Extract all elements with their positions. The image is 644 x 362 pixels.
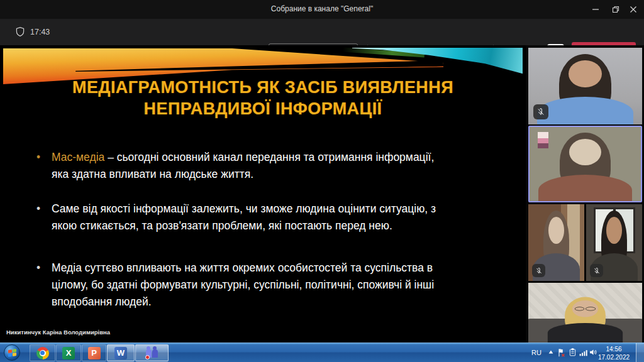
bullet-marker: • — [36, 149, 52, 183]
taskbar-powerpoint[interactable]: P — [82, 344, 106, 361]
start-button[interactable] — [4, 344, 20, 361]
teams-meeting-window: Собрание в канале "General" 17:43 Запрос… — [0, 0, 644, 362]
show-hidden-icons-icon[interactable] — [547, 348, 555, 359]
word-icon: W — [114, 347, 127, 359]
windows-logo-icon — [8, 349, 16, 357]
taskbar-word[interactable]: W — [107, 344, 135, 361]
bullet-marker: • — [36, 200, 52, 234]
tray-date: 17.02.2022 — [594, 353, 633, 361]
bullet-body: – сьогодні основний канал передання та о… — [52, 151, 434, 180]
mic-muted-icon — [533, 104, 548, 119]
window-titlebar: Собрание в канале "General" — [0, 0, 644, 19]
tray-time: 14:56 — [594, 345, 633, 353]
slide-title-line1: МЕДІАГРАМОТНІСТЬ ЯК ЗАСІБ ВИЯВЛЕННЯ — [30, 77, 496, 98]
slide-bullet: • Медіа суттєво впливають на життя окрем… — [36, 260, 452, 310]
participant-tile[interactable] — [528, 126, 642, 202]
participant-tile[interactable] — [528, 204, 584, 281]
slide-title: МЕДІАГРАМОТНІСТЬ ЯК ЗАСІБ ВИЯВЛЕННЯ НЕПР… — [30, 77, 496, 119]
window-title: Собрание в канале "General" — [0, 4, 644, 13]
network-icon[interactable] — [579, 348, 588, 359]
close-button[interactable] — [623, 0, 644, 19]
close-icon — [630, 6, 637, 13]
participant-tile[interactable] — [528, 48, 642, 124]
participant-video — [530, 127, 641, 201]
bullet-marker: • — [36, 260, 52, 310]
minimize-button[interactable] — [585, 0, 606, 19]
participant-tile[interactable] — [528, 283, 642, 343]
action-center-flag-icon[interactable] — [557, 348, 567, 360]
excel-icon: X — [62, 347, 75, 359]
meeting-toolbar: 17:43 Запросить управление — [0, 19, 644, 45]
participant-tile[interactable] — [586, 204, 642, 281]
mic-muted-icon — [590, 264, 603, 277]
clipboard-icon[interactable] — [568, 348, 577, 359]
language-indicator[interactable]: RU — [531, 349, 541, 356]
restore-icon — [612, 6, 619, 13]
show-desktop-button[interactable] — [636, 343, 644, 362]
notification-badge — [145, 355, 150, 359]
slide-bullet: • Мас-медіа – сьогодні основний канал пе… — [36, 149, 452, 183]
mic-muted-icon — [532, 264, 545, 277]
teams-icon — [145, 347, 159, 359]
powerpoint-icon: P — [88, 347, 101, 359]
tray-clock[interactable]: 14:56 17.02.2022 — [594, 345, 633, 361]
participant-video — [541, 293, 630, 339]
bullet-text: Мас-медіа – сьогодні основний канал пере… — [52, 149, 452, 183]
minimize-icon — [592, 6, 599, 13]
bullet-lead: Мас-медіа — [52, 151, 104, 163]
bullet-text: Саме від якості інформації залежить, чи … — [52, 200, 452, 234]
taskbar-teams[interactable] — [135, 344, 169, 361]
chrome-icon — [36, 347, 49, 359]
presentation-slide: МЕДІАГРАМОТНІСТЬ ЯК ЗАСІБ ВИЯВЛЕННЯ НЕПР… — [0, 45, 526, 343]
slide-bullet: • Саме від якості інформації залежить, ч… — [36, 200, 452, 234]
shield-icon — [14, 26, 26, 41]
bullet-text: Медіа суттєво впливають на життя окремих… — [52, 260, 452, 310]
participants-sidebar — [526, 45, 644, 343]
slide-title-line2: НЕПРАВДИВОЇ ІНФОРМАЦІЇ — [30, 98, 496, 119]
windows-taskbar: X P W RU 14:56 17.02.20 — [0, 343, 644, 362]
meeting-timer: 17:43 — [30, 28, 50, 36]
taskbar-chrome[interactable] — [30, 344, 55, 361]
glasses — [575, 307, 596, 311]
presenter-name: Никитинчук Каріна Володимирівна — [6, 329, 110, 336]
taskbar-excel[interactable]: X — [56, 344, 81, 361]
